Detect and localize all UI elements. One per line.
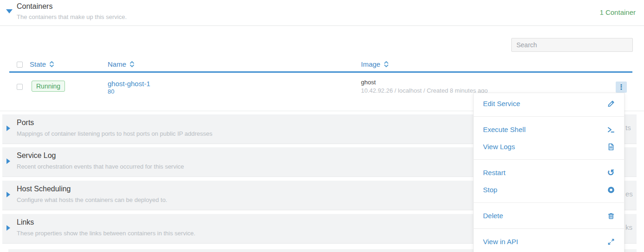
menu-item-execute-shell[interactable]: Execute Shell [474,121,624,138]
menu-separator [474,228,624,229]
section-subtitle: Recent orchestration events that have oc… [17,163,184,170]
section-subtitle: These properties show the links between … [17,230,195,237]
collapse-triangle-icon[interactable] [6,9,13,13]
containers-title: Containers [17,2,52,11]
stop-icon [607,186,615,194]
menu-item-view-in-api[interactable]: View in API [474,233,624,250]
terminal-icon [607,126,615,133]
api-link-icon [607,238,615,246]
menu-item-label: Stop [483,186,497,194]
menu-item-label: View in API [483,238,518,246]
pencil-icon [607,100,615,107]
search-input[interactable] [511,38,633,52]
column-header-image[interactable]: Image [361,60,389,68]
container-image: ghost [361,79,376,86]
menu-item-stop[interactable]: Stop [474,181,624,198]
expand-triangle-icon[interactable] [6,225,10,231]
column-label-image: Image [361,60,380,68]
expand-triangle-icon[interactable] [6,158,10,164]
container-name-link[interactable]: ghost-ghost-1 [108,80,150,88]
status-badge: Running [32,81,65,92]
sort-icon[interactable] [384,61,389,68]
container-actions-menu: Edit Service Execute Shell View Logs Res… [473,93,625,252]
menu-item-label: Edit Service [483,100,520,107]
menu-item-delete[interactable]: Delete [474,207,624,224]
menu-item-label: Execute Shell [483,126,526,133]
containers-subtitle: The containers that make up this service… [17,13,127,20]
select-all-checkbox[interactable] [17,62,23,68]
section-title: Links [17,218,34,227]
menu-item-edit-service[interactable]: Edit Service [474,95,624,112]
menu-item-restart[interactable]: Restart ↺ [474,164,624,181]
expand-triangle-icon[interactable] [6,192,10,197]
section-title: Service Log [17,151,56,160]
containers-panel-header[interactable]: Containers The containers that make up t… [0,0,644,26]
section-summary-fragment: es [625,190,633,198]
menu-item-view-logs[interactable]: View Logs [474,138,624,155]
section-summary-fragment: ks [625,223,632,231]
trash-icon [607,212,615,220]
container-count-label: 1 Container [599,8,636,16]
menu-separator [474,202,624,203]
column-label-state: State [30,60,46,68]
row-checkbox[interactable] [17,84,23,90]
menu-item-label: Restart [483,169,505,176]
menu-separator [474,116,624,117]
menu-item-label: View Logs [483,143,515,151]
container-host-info: 10.42.92.26 / localhost / Created 8 minu… [361,87,488,94]
row-actions-button[interactable]: ⋮ [616,82,627,93]
sort-icon[interactable] [49,61,54,68]
menu-separator [474,159,624,160]
file-text-icon [607,143,615,151]
section-summary-fragment: ts [625,124,631,132]
column-header-state[interactable]: State [30,60,54,68]
section-subtitle: Configure what hosts the containers can … [17,196,167,203]
section-title: Host Scheduling [17,185,71,193]
restart-icon: ↺ [607,169,615,176]
section-title: Ports [17,119,34,127]
menu-item-label: Delete [483,212,503,220]
sort-icon[interactable] [129,61,135,68]
container-port: 80 [108,88,114,95]
column-header-name[interactable]: Name [108,60,135,68]
expand-triangle-icon[interactable] [6,126,10,131]
table-header-underline [9,71,632,73]
section-subtitle: Mappings of container listening ports to… [17,130,213,137]
vertical-ellipsis-icon: ⋮ [618,84,625,91]
column-label-name: Name [108,60,126,68]
